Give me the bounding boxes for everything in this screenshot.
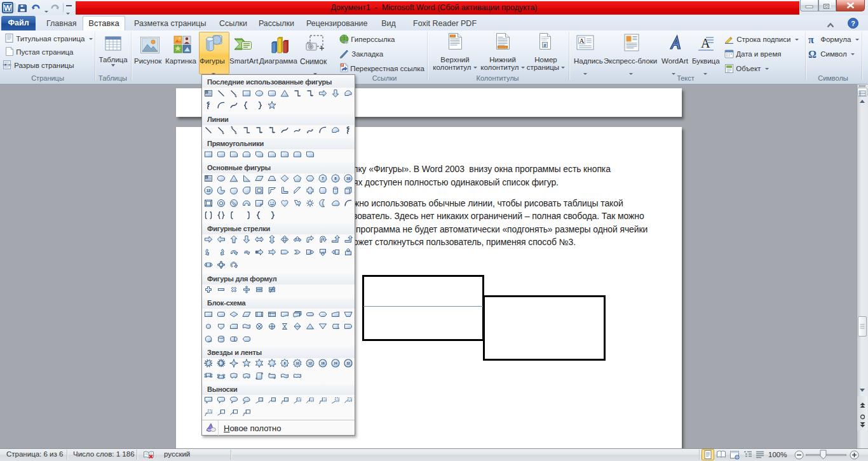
svg-text:24: 24 [334, 362, 337, 365]
svg-text:12: 12 [308, 362, 312, 365]
svg-text:Ω: Ω [808, 49, 817, 58]
svg-text:A: A [701, 36, 710, 50]
svg-text:A: A [580, 37, 585, 44]
svg-text:12: 12 [207, 189, 211, 192]
svg-text:32: 32 [346, 362, 350, 365]
svg-text:10: 10 [346, 177, 351, 180]
svg-text:?: ? [851, 20, 855, 27]
svg-text:16: 16 [321, 362, 325, 365]
svg-text:10: 10 [295, 362, 299, 365]
svg-text:8: 8 [284, 362, 286, 365]
svg-text:π: π [808, 34, 814, 44]
svg-text:#: # [543, 43, 546, 48]
